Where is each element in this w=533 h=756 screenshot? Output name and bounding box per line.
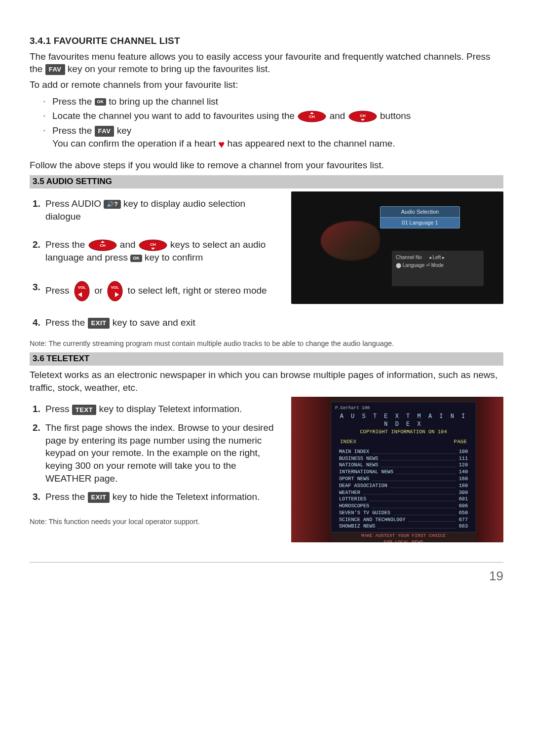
- dialog-row: 01 Language 1: [381, 218, 459, 228]
- text: Press AUDIO: [45, 198, 104, 209]
- teletext-title: A U S T E X T M A I N I N D E X: [335, 413, 472, 428]
- page-number: 19: [30, 567, 503, 585]
- teletext-subtitle: COPYRIGHT INFORMATION ON 104: [335, 428, 472, 435]
- teletext-row: BUSINESS NEWS111: [339, 455, 468, 462]
- svg-text:CH: CH: [150, 242, 156, 247]
- audio-selection-dialog: Audio Selection 01 Language 1: [380, 206, 460, 228]
- heart-icon: ♥: [218, 138, 225, 151]
- teletext-note: Note: This function needs your local ope…: [30, 517, 282, 527]
- teletext-row: NATIONAL NEWS120: [339, 462, 468, 469]
- text: buttons: [380, 111, 411, 121]
- text: Channel No: [396, 255, 422, 260]
- heading-36: 3.6 TELETEXT: [30, 352, 503, 366]
- audio-info-bar: Channel No ◂ Left ▸ ⬤ Language ⏎ Mode: [392, 251, 484, 286]
- svg-text:VOL: VOL: [78, 285, 86, 290]
- text: Press: [45, 404, 72, 414]
- text: Press the: [45, 317, 88, 328]
- teletext-row: MAIN INDEX100: [339, 449, 468, 455]
- bullet-press-fav: Press the FAV key You can confirm the op…: [43, 123, 503, 152]
- para-teletext-intro: Teletext works as an electronic newspape…: [30, 369, 503, 394]
- fav-key: FAV: [95, 126, 114, 137]
- teletext-row: SHOWBIZ NEWS683: [339, 523, 468, 530]
- teletext-row: WEATHER300: [339, 490, 468, 496]
- dialog-title: Audio Selection: [381, 207, 459, 218]
- text: to select left, right or stereo mode: [128, 285, 267, 296]
- teletext-row: DEAF ASSOCIATION180: [339, 483, 468, 490]
- text: Press the: [52, 125, 95, 136]
- fav-key: FAV: [45, 64, 65, 75]
- text: key to save and exit: [113, 317, 195, 328]
- para-341-intro: The favourites menu feature allows you t…: [30, 50, 503, 76]
- audio-steps: Press AUDIO 🔊? key to display audio sele…: [33, 194, 282, 332]
- text: has appeared next to the channel name.: [228, 138, 395, 149]
- col-page: PAGE: [454, 438, 467, 446]
- text-key: TEXT: [72, 405, 96, 416]
- step-select-mode: Press VOL or VOL to select left, right o…: [33, 278, 282, 304]
- vol-right-button-icon: VOL: [105, 281, 125, 302]
- footer-divider: [30, 562, 503, 563]
- text: Press the: [45, 491, 88, 502]
- para-341-addremove: To add or remote channels from your favo…: [30, 78, 503, 91]
- step-exit: Press the EXIT key to save and exit: [33, 313, 282, 332]
- teletext-footer1b: FOR LOCAL NEWS: [384, 539, 423, 542]
- vol-left-button-icon: VOL: [72, 281, 92, 302]
- text: Press the: [52, 96, 95, 107]
- text: Press: [45, 285, 72, 296]
- text: ⬤ Language ⏎ Mode: [396, 263, 444, 268]
- svg-point-16: [108, 281, 122, 301]
- svg-text:CH: CH: [100, 243, 106, 248]
- exit-key: EXIT: [88, 318, 110, 329]
- teletext-footer1: MAKE AUSTEXT YOUR FIRST CHOICE: [361, 533, 446, 538]
- teletext-row: SPORT NEWS160: [339, 476, 468, 483]
- svg-text:VOL: VOL: [111, 285, 119, 290]
- text: or: [94, 285, 105, 296]
- text: Press the: [45, 239, 88, 250]
- teletext-screenshot: P.Gerhart 100 A U S T E X T M A I N I N …: [291, 397, 503, 542]
- bullet-press-ok: Press the OK to bring up the channel lis…: [43, 94, 503, 109]
- exit-key: EXIT: [88, 492, 110, 503]
- teletext-row: SCIENCE AND TECHNOLOGY677: [339, 517, 468, 524]
- step-select-language: Press the CH and CH keys to select an au…: [33, 235, 282, 267]
- text: You can confirm the operation if a heart: [52, 138, 218, 149]
- teletext-topbar: P.Gerhart 100: [335, 405, 472, 411]
- step-hide-teletext: Press the EXIT key to hide the Teletext …: [33, 488, 282, 506]
- text: and: [120, 239, 138, 250]
- text: key to hide the Teletext information.: [113, 491, 260, 502]
- teletext-steps: Press TEXT key to display Teletext infor…: [33, 400, 282, 506]
- text: key to display Teletext information.: [99, 404, 242, 414]
- ch-up-button-icon: CH: [297, 111, 327, 122]
- teletext-row: LOTTERIES601: [339, 496, 468, 503]
- ok-key: OK: [130, 255, 142, 262]
- ok-key: OK: [95, 98, 107, 106]
- text: ◂ Left ▸: [429, 255, 445, 260]
- ch-down-button-icon: CH: [138, 239, 168, 251]
- teletext-row: SEVEN'S TV GUIDES650: [339, 510, 468, 517]
- ch-down-button-icon: CH: [348, 111, 378, 122]
- heading-341: 3.4.1 FAVOURITE CHANNEL LIST: [30, 35, 503, 47]
- text: and: [330, 111, 348, 121]
- teletext-index-list: MAIN INDEX100BUSINESS NEWS111NATIONAL NE…: [335, 449, 472, 530]
- col-index: INDEX: [340, 438, 356, 446]
- audio-selection-screenshot: Audio Selection 01 Language 1 Channel No…: [291, 191, 503, 304]
- teletext-row: INTERNATIONAL NEWS140: [339, 469, 468, 476]
- ch-up-button-icon: CH: [88, 239, 117, 251]
- bullet-locate-channel: Locate the channel you want to add to fa…: [43, 109, 503, 123]
- svg-text:CH: CH: [309, 114, 315, 119]
- para-341-remove: Follow the above steps if you would like…: [30, 159, 503, 172]
- text: key on your remote to bring up the favou…: [68, 64, 270, 74]
- text: key: [117, 125, 132, 136]
- svg-point-13: [75, 281, 89, 301]
- text: to bring up the channel list: [109, 96, 218, 107]
- heading-35: 3.5 AUDIO SETTING: [30, 175, 503, 189]
- favlist-steps: Press the OK to bring up the channel lis…: [43, 94, 503, 153]
- svg-text:CH: CH: [360, 113, 366, 118]
- audio-note: Note: The currently streaming program mu…: [30, 339, 503, 349]
- teletext-row: HOROSCOPES606: [339, 503, 468, 510]
- audio-key-icon: 🔊?: [104, 200, 120, 209]
- step-press-audio: Press AUDIO 🔊? key to display audio sele…: [33, 194, 282, 226]
- step-press-text: Press TEXT key to display Teletext infor…: [33, 400, 282, 418]
- text: Locate the channel you want to add to fa…: [52, 111, 297, 121]
- text: key to confirm: [145, 252, 203, 263]
- step-browse-index: The first page shows the index. Browse t…: [33, 418, 282, 488]
